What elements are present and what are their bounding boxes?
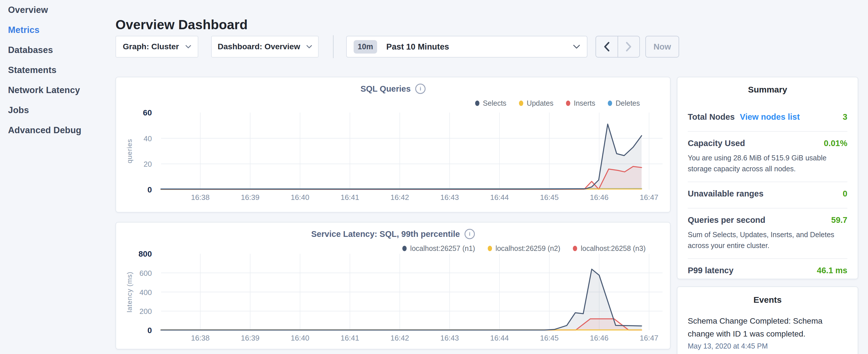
chevron-left-icon — [603, 42, 610, 52]
y-tick-label: 60 — [143, 108, 152, 117]
y-tick-label: 200 — [140, 307, 152, 316]
summary-divider — [688, 258, 847, 259]
sidebar-item-jobs[interactable]: Jobs — [0, 100, 115, 120]
events-panel: Events Schema Change Completed: Schema c… — [677, 286, 858, 354]
summary-row-label: P99 latency — [688, 266, 734, 275]
y-axis-label: latency (ms) — [125, 271, 133, 313]
time-range-badge: 10m — [353, 40, 377, 54]
dashboard-dropdown[interactable]: Dashboard: Overview — [211, 36, 319, 58]
time-step-buttons — [595, 36, 640, 58]
summary-row: Total NodesView nodes list3 — [688, 112, 847, 124]
view-nodes-list-link[interactable]: View nodes list — [740, 112, 800, 122]
time-range-label: Past 10 Minutes — [386, 42, 573, 52]
y-tick-label: 400 — [140, 288, 152, 297]
next-time-button[interactable] — [618, 36, 640, 57]
x-tick-label: 16:44 — [490, 193, 509, 202]
summary-divider — [688, 208, 847, 208]
summary-title: Summary — [688, 85, 847, 95]
events-title: Events — [688, 295, 847, 305]
x-tick-label: 16:38 — [191, 193, 210, 202]
controls-divider — [333, 35, 334, 58]
x-tick-label: 16:39 — [241, 193, 259, 202]
prev-time-button[interactable] — [596, 36, 618, 57]
sidebar-item-overview[interactable]: Overview — [0, 0, 115, 20]
summary-divider — [688, 182, 847, 182]
series-line-Selects — [161, 124, 642, 189]
chart-plot[interactable]: 16:3816:3916:4016:4116:4216:4316:4416:45… — [116, 223, 670, 349]
db-console: OverviewMetricsDatabasesStatementsNetwor… — [0, 0, 868, 354]
summary-row-label: Total Nodes — [688, 112, 735, 122]
chart-plot[interactable]: 16:3816:3916:4016:4116:4216:4316:4416:45… — [116, 77, 670, 212]
y-tick-label: 800 — [138, 250, 152, 258]
chevron-down-icon — [306, 45, 312, 49]
summary-row-label: Queries per second — [688, 215, 766, 225]
y-tick-label: 600 — [140, 269, 152, 278]
x-tick-label: 16:44 — [490, 334, 509, 342]
summary-row-value: 3 — [843, 112, 847, 122]
series-area-Inserts — [161, 166, 642, 190]
summary-row: Capacity Used0.01% — [688, 139, 847, 150]
summary-row-label: Unavailable ranges — [688, 189, 764, 198]
x-tick-label: 16:39 — [241, 334, 259, 342]
summary-row-value: 46.1 ms — [817, 266, 847, 275]
summary-row-description: Sum of Selects, Updates, Inserts, and De… — [688, 229, 847, 251]
summary-row-value: 0 — [843, 189, 847, 198]
summary-row-label: Capacity Used — [688, 139, 745, 148]
controls-row: Graph: Cluster Dashboard: Overview 10m P… — [116, 36, 686, 58]
now-button[interactable]: Now — [645, 36, 679, 58]
sidebar-item-network-latency[interactable]: Network Latency — [0, 80, 115, 100]
x-tick-label: 16:46 — [590, 193, 608, 202]
chevron-down-icon — [185, 45, 191, 49]
x-tick-label: 16:43 — [440, 193, 459, 202]
y-axis-label: queries — [125, 139, 133, 164]
x-tick-label: 16:46 — [590, 334, 608, 342]
x-tick-label: 16:43 — [440, 334, 459, 342]
x-tick-label: 16:45 — [540, 193, 559, 202]
event-message[interactable]: Schema Change Completed: Schema change w… — [688, 315, 847, 340]
x-tick-label: 16:40 — [290, 334, 309, 342]
summary-row-value: 59.7 — [831, 215, 847, 225]
x-tick-label: 16:42 — [390, 334, 409, 342]
series-area-Selects — [161, 124, 642, 190]
x-tick-label: 16:38 — [191, 334, 210, 342]
summary-row-description: You are using 28.6 MiB of 515.9 GiB usab… — [688, 152, 847, 174]
x-tick-label: 16:41 — [340, 334, 359, 342]
sidebar-item-statements[interactable]: Statements — [0, 60, 115, 80]
y-tick-label: 40 — [144, 134, 152, 143]
service-latency-chart-card: Service Latency: SQL, 99th percentile i … — [116, 222, 671, 349]
summary-row: P99 latency46.1 ms — [688, 266, 847, 277]
sidebar: OverviewMetricsDatabasesStatementsNetwor… — [0, 0, 115, 354]
now-button-label: Now — [653, 42, 671, 52]
time-range-selector[interactable]: 10m Past 10 Minutes — [346, 36, 587, 58]
summary-row: Queries per second59.7 — [688, 215, 847, 227]
summary-panel: Summary Total NodesView nodes list3Capac… — [677, 77, 858, 279]
y-tick-label: 20 — [144, 160, 152, 168]
x-tick-label: 16:41 — [340, 193, 359, 202]
x-tick-label: 16:40 — [290, 193, 309, 202]
summary-row: Unavailable ranges0 — [688, 189, 847, 200]
event-timestamp: May 13, 2020 at 4:45 PM — [688, 342, 847, 350]
series-line-localhost:26257 (n1) — [161, 269, 642, 330]
sidebar-item-metrics[interactable]: Metrics — [0, 20, 115, 40]
chevron-right-icon — [626, 42, 632, 52]
y-tick-label: 0 — [147, 326, 152, 335]
dashboard-dropdown-label: Dashboard: Overview — [218, 42, 300, 51]
summary-row-value: 0.01% — [824, 139, 847, 148]
sidebar-item-advanced-debug[interactable]: Advanced Debug — [0, 120, 115, 140]
sql-queries-chart-card: SQL Queries i SelectsUpdatesInsertsDelet… — [116, 77, 671, 213]
page-title: Overview Dashboard — [116, 17, 248, 32]
sidebar-item-databases[interactable]: Databases — [0, 40, 115, 60]
chevron-down-icon — [573, 45, 580, 49]
x-tick-label: 16:47 — [640, 193, 658, 202]
x-tick-label: 16:45 — [540, 334, 559, 342]
y-tick-label: 0 — [147, 185, 152, 194]
x-tick-label: 16:42 — [390, 193, 409, 202]
x-tick-label: 16:47 — [640, 334, 658, 342]
graph-dropdown[interactable]: Graph: Cluster — [116, 36, 198, 58]
series-line-Inserts — [161, 166, 642, 189]
graph-dropdown-label: Graph: Cluster — [123, 42, 179, 51]
summary-divider — [688, 131, 847, 132]
